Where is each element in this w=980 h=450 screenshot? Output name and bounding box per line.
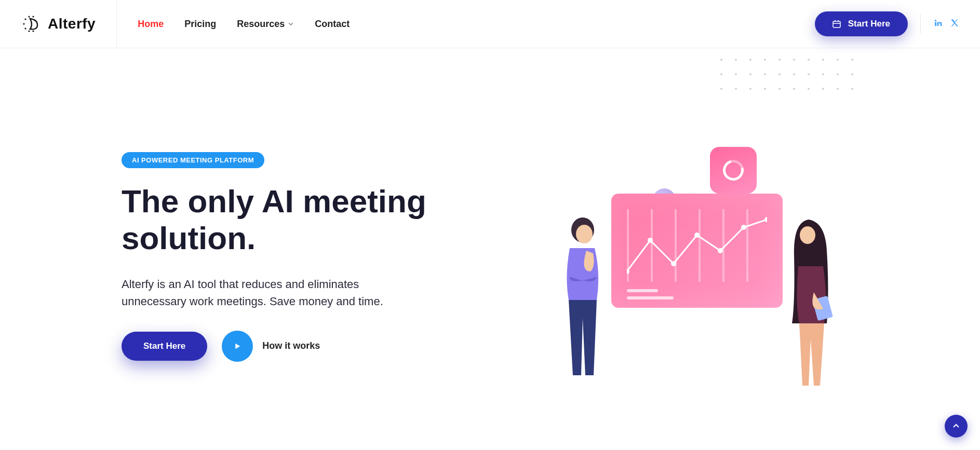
calendar-icon <box>833 20 841 28</box>
spinner-icon <box>719 156 748 185</box>
hero-cta-primary-label: Start Here <box>143 341 185 351</box>
linkedin-icon <box>933 18 943 28</box>
decorative-line-chart-icon <box>627 209 767 282</box>
svg-point-14 <box>694 233 700 238</box>
header-cta-button[interactable]: Start Here <box>815 11 908 36</box>
scroll-to-top-button[interactable] <box>945 415 968 438</box>
chevron-up-icon <box>952 422 960 430</box>
hero-copy: AI POWERED MEETING PLATFORM The only AI … <box>122 152 454 450</box>
hero-cta-secondary[interactable]: How it works <box>222 331 320 362</box>
svg-point-17 <box>764 217 767 222</box>
decorative-dot-grid <box>720 59 866 102</box>
decorative-person-female <box>777 214 845 391</box>
brand-mark-icon <box>21 13 42 34</box>
brand-name: Alterfy <box>48 16 96 32</box>
nav-item-contact[interactable]: Contact <box>315 19 350 30</box>
nav-item-label: Pricing <box>184 19 216 30</box>
svg-rect-7 <box>833 21 840 28</box>
hero-illustration <box>554 79 887 401</box>
nav-item-home[interactable]: Home <box>138 19 164 30</box>
hero-pill: AI POWERED MEETING PLATFORM <box>122 152 264 168</box>
header-cta-label: Start Here <box>848 19 890 29</box>
svg-point-0 <box>23 23 24 24</box>
decorative-analytics-card <box>611 194 783 308</box>
brand-logo[interactable]: Alterfy <box>21 0 116 48</box>
social-linkedin[interactable] <box>933 18 943 30</box>
nav-item-label: Contact <box>315 19 350 30</box>
svg-point-12 <box>648 238 653 243</box>
social-links <box>933 18 959 30</box>
svg-point-15 <box>718 248 723 253</box>
hero-cta-primary-button[interactable]: Start Here <box>122 332 207 361</box>
svg-point-2 <box>24 28 26 29</box>
hero-headline: The only AI meeting solution. <box>122 183 454 257</box>
svg-point-20 <box>800 226 815 244</box>
site-header: Alterfy Home Pricing Resources Contact S… <box>0 0 980 48</box>
social-x[interactable] <box>950 18 959 30</box>
svg-point-19 <box>576 225 593 243</box>
svg-point-4 <box>28 30 30 32</box>
svg-point-16 <box>741 225 746 230</box>
svg-point-13 <box>671 261 676 266</box>
header-right: Start Here <box>815 11 959 36</box>
svg-point-1 <box>24 18 26 20</box>
decorative-bar <box>627 296 674 299</box>
play-icon <box>233 342 242 351</box>
chevron-down-icon <box>288 21 294 27</box>
nav-item-resources[interactable]: Resources <box>237 19 294 30</box>
hero-subheadline: Alterfy is an AI tool that reduces and e… <box>122 276 412 310</box>
svg-point-5 <box>32 16 34 17</box>
svg-point-3 <box>28 16 30 17</box>
hero-cta-row: Start Here How it works <box>122 331 454 362</box>
x-twitter-icon <box>950 18 959 28</box>
decorative-loading-badge <box>710 147 757 194</box>
decorative-person-male <box>554 214 611 380</box>
nav-item-label: Resources <box>237 19 285 30</box>
nav-item-label: Home <box>138 19 164 30</box>
svg-point-6 <box>32 30 34 32</box>
primary-nav: Home Pricing Resources Contact <box>116 0 350 48</box>
nav-item-pricing[interactable]: Pricing <box>184 19 216 30</box>
play-button[interactable] <box>222 331 253 362</box>
hero-section: AI POWERED MEETING PLATFORM The only AI … <box>0 48 980 450</box>
decorative-bar <box>627 289 658 292</box>
hero-cta-secondary-label: How it works <box>262 340 320 351</box>
divider <box>920 14 921 34</box>
